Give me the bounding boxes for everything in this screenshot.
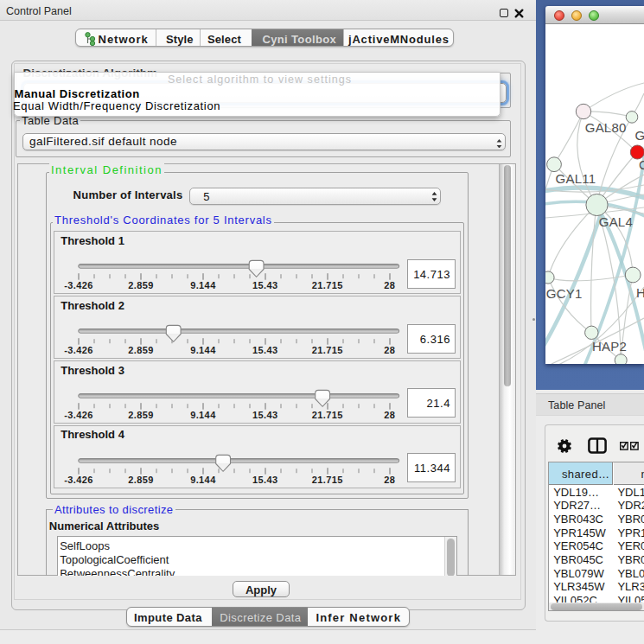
svg-text:15.43: 15.43 <box>252 345 278 355</box>
svg-text:21.715: 21.715 <box>312 345 343 355</box>
svg-text:9.144: 9.144 <box>190 474 216 484</box>
svg-text:9.144: 9.144 <box>190 280 216 290</box>
svg-text:-3.426: -3.426 <box>65 474 94 484</box>
svg-text:-3.426: -3.426 <box>65 280 94 290</box>
svg-text:-3.426: -3.426 <box>65 410 94 420</box>
svg-text:15.43: 15.43 <box>252 280 278 290</box>
svg-text:-3.426: -3.426 <box>65 345 94 355</box>
svg-text:GCY1: GCY1 <box>546 286 583 301</box>
svg-text:GA: GA <box>635 128 644 143</box>
svg-text:HAP2: HAP2 <box>592 339 627 354</box>
svg-text:GAL4: GAL4 <box>599 214 633 229</box>
svg-text:9.144: 9.144 <box>190 410 216 420</box>
svg-text:2.859: 2.859 <box>128 410 154 420</box>
svg-text:9.144: 9.144 <box>190 345 216 355</box>
svg-text:15.43: 15.43 <box>252 474 278 484</box>
svg-text:2.859: 2.859 <box>128 345 154 355</box>
svg-text:28: 28 <box>385 474 396 484</box>
svg-text:21.715: 21.715 <box>312 280 343 290</box>
svg-text:21.715: 21.715 <box>312 474 343 484</box>
svg-text:15.43: 15.43 <box>252 410 278 420</box>
svg-text:2.859: 2.859 <box>128 474 154 484</box>
svg-text:C: C <box>639 157 644 172</box>
svg-text:GAL11: GAL11 <box>556 171 596 186</box>
svg-text:28: 28 <box>385 345 396 355</box>
svg-text:21.715: 21.715 <box>312 410 343 420</box>
svg-text:28: 28 <box>385 280 396 290</box>
svg-text:H: H <box>636 285 644 300</box>
svg-text:28: 28 <box>385 410 396 420</box>
svg-text:GAL80: GAL80 <box>585 120 627 135</box>
svg-text:2.859: 2.859 <box>128 280 154 290</box>
